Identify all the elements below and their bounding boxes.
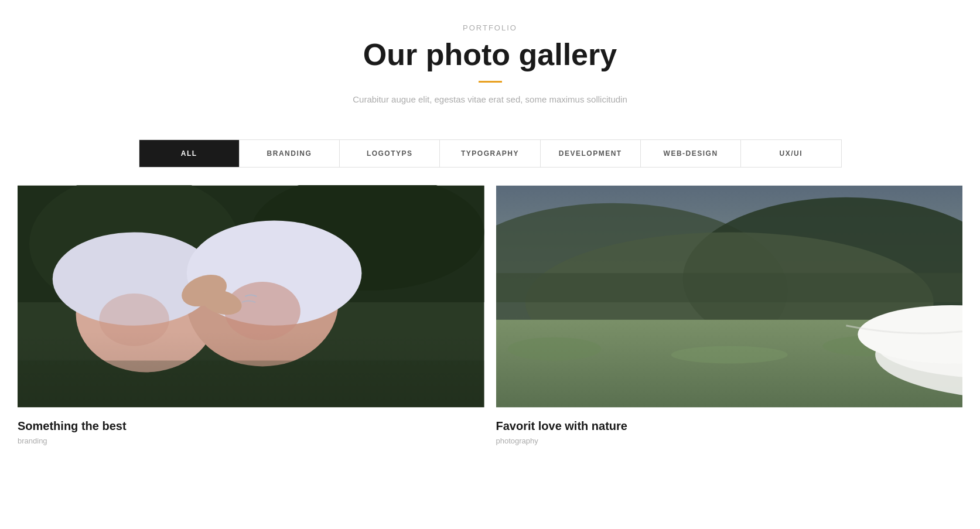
image-svg-1 — [18, 185, 484, 408]
filter-tab-logotyps[interactable]: LOGOTYPS — [340, 140, 440, 167]
filter-tab-all[interactable]: ALL — [139, 140, 240, 167]
caption-category-1: branding — [18, 436, 484, 445]
caption-category-2: photography — [496, 436, 963, 445]
caption-title-1: Something the best — [18, 419, 484, 433]
bottom-overflow — [0, 451, 980, 469]
svg-rect-18 — [496, 273, 963, 302]
filter-tab-typography[interactable]: TYPOGRAPHY — [440, 140, 540, 167]
filter-tab-branding[interactable]: BRANDING — [240, 140, 340, 167]
svg-rect-13 — [18, 332, 484, 407]
gallery-image-2 — [496, 185, 963, 408]
gallery-image-1 — [18, 185, 484, 408]
title-underline — [479, 81, 502, 83]
filter-tab-ux-ui[interactable]: UX/UI — [741, 140, 841, 167]
caption-title-2: Favorit love with nature — [496, 419, 963, 433]
filter-tab-development[interactable]: DEVELOPMENT — [541, 140, 641, 167]
header-section: PORTFOLIO Our photo gallery Curabitur au… — [0, 0, 980, 139]
gallery-item-1[interactable]: Something the best branding — [18, 185, 484, 451]
gallery-description: Curabitur augue elit, egestas vitae erat… — [12, 94, 968, 104]
filter-tab-web-design[interactable]: WEB-DESIGN — [641, 140, 741, 167]
gallery-caption-1: Something the best branding — [18, 408, 484, 451]
image-svg-2 — [496, 185, 963, 408]
svg-point-20 — [507, 337, 600, 361]
page-title: Our photo gallery — [12, 38, 968, 71]
gallery-caption-2: Favorit love with nature photography — [496, 408, 963, 451]
svg-point-21 — [671, 346, 787, 364]
portfolio-label: PORTFOLIO — [12, 23, 968, 32]
page-wrapper: PORTFOLIO Our photo gallery Curabitur au… — [0, 0, 980, 469]
gallery-item-2[interactable]: Favorit love with nature photography — [496, 185, 963, 451]
gallery-grid: Something the best branding — [0, 185, 980, 451]
filter-tabs: ALL BRANDING LOGOTYPS TYPOGRAPHY DEVELOP… — [139, 139, 842, 168]
